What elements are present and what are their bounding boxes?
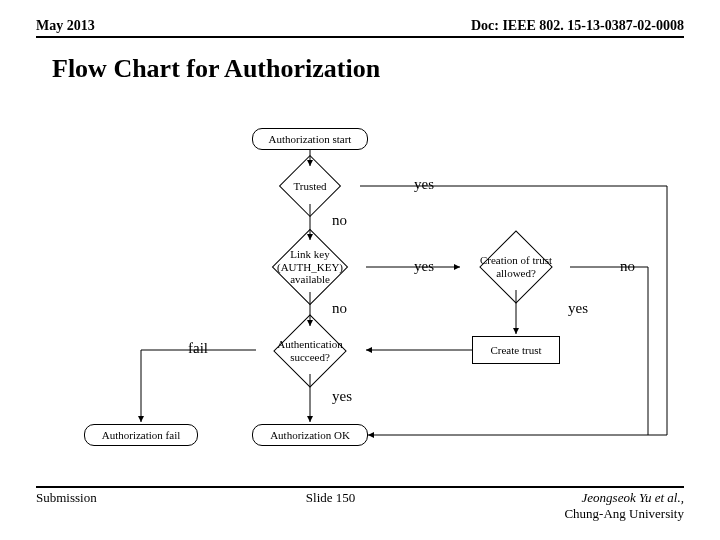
footer-author: Jeongseok Yu et al.,: [582, 490, 684, 505]
node-createtrust: Create trust: [472, 336, 560, 364]
label-authsucceed-fail: fail: [188, 340, 208, 357]
label-trustallowed-no: no: [620, 258, 635, 275]
node-start-label: Authorization start: [269, 133, 352, 146]
node-trustallowed-label: Creation of trust allowed?: [462, 254, 570, 279]
slide-title: Flow Chart for Authorization: [52, 54, 380, 84]
node-authsucceed: Authentication succeed?: [256, 328, 364, 374]
label-linkkey-yes: yes: [414, 258, 434, 275]
node-createtrust-label: Create trust: [490, 344, 541, 357]
node-start: Authorization start: [252, 128, 368, 150]
header-date: May 2013: [36, 18, 95, 34]
node-trustallowed: Creation of trust allowed?: [462, 244, 570, 290]
node-authok-label: Authorization OK: [270, 429, 350, 442]
node-linkkey-label: Link key (AUTH_KEY) available: [254, 248, 366, 286]
footer-affiliation: Chung-Ang University: [564, 506, 684, 521]
node-trusted: Trusted: [260, 168, 360, 204]
label-trusted-yes: yes: [414, 176, 434, 193]
header-docnum: Doc: IEEE 802. 15-13-0387-02-0008: [471, 18, 684, 34]
footer-left: Submission: [36, 490, 97, 522]
label-trusted-no: no: [332, 212, 347, 229]
footer-right: Jeongseok Yu et al., Chung-Ang Universit…: [564, 490, 684, 522]
node-trusted-label: Trusted: [289, 180, 330, 193]
label-linkkey-no: no: [332, 300, 347, 317]
label-trustallowed-yes: yes: [568, 300, 588, 317]
node-authok: Authorization OK: [252, 424, 368, 446]
slide-header: May 2013 Doc: IEEE 802. 15-13-0387-02-00…: [36, 18, 684, 38]
node-authsucceed-label: Authentication succeed?: [256, 338, 364, 363]
footer-center: Slide 150: [306, 490, 355, 522]
slide-footer: Submission Slide 150 Jeongseok Yu et al.…: [36, 486, 684, 522]
label-authsucceed-yes: yes: [332, 388, 352, 405]
node-linkkey: Link key (AUTH_KEY) available: [254, 242, 366, 292]
node-authfail: Authorization fail: [84, 424, 198, 446]
node-authfail-label: Authorization fail: [102, 429, 181, 442]
